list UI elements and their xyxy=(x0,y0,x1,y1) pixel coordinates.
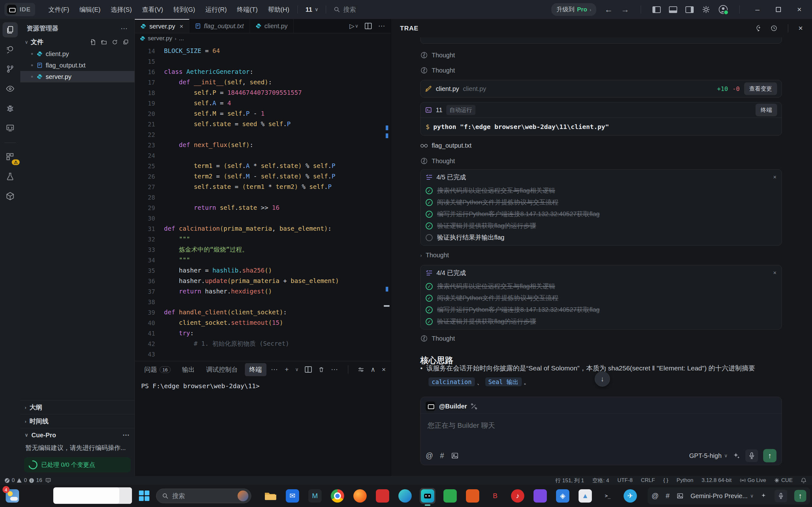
tab-client.py[interactable]: client.py xyxy=(250,19,294,33)
editor-more-icon[interactable]: ⋯ xyxy=(378,22,386,30)
menu-item-0[interactable]: 文件(F) xyxy=(44,3,74,16)
container-cube-icon[interactable] xyxy=(3,188,18,204)
start-button-icon[interactable] xyxy=(139,491,150,501)
attach-image-icon[interactable] xyxy=(451,452,459,459)
cue-button[interactable]: CUE xyxy=(774,477,793,484)
send-button[interactable]: ↑ xyxy=(763,449,776,462)
new-file-icon[interactable] xyxy=(90,39,96,45)
taskbar-app-chrome-icon[interactable] xyxy=(329,488,345,504)
tab-flag_output.txt[interactable]: flag_output.txt xyxy=(189,19,250,33)
forward-arrow-icon[interactable]: → xyxy=(621,5,629,14)
file-change-card[interactable]: client.py client.py +10 -0 查看变更 xyxy=(420,80,782,98)
back-arrow-icon[interactable]: ← xyxy=(605,5,613,14)
python-interpreter[interactable]: 3.12.8 64-bit xyxy=(702,477,732,484)
preview-eye-icon[interactable] xyxy=(3,81,18,96)
agent-name[interactable]: @Builder xyxy=(439,403,467,410)
code-editor[interactable]: 14BLOCK_SIZE = 641516class AethericGener… xyxy=(135,44,391,361)
mic-button[interactable] xyxy=(774,490,787,502)
context-hash-icon[interactable]: # xyxy=(440,452,444,460)
panel-tabs-more-icon[interactable]: ⋯ xyxy=(271,365,278,374)
attach-image-icon[interactable] xyxy=(676,493,683,499)
collapse-icon[interactable]: × xyxy=(773,270,776,276)
panel-tab-调试控制台[interactable]: 调试控制台 xyxy=(202,363,242,376)
thought-row-collapsed[interactable]: › Thought xyxy=(420,251,449,259)
menu-item-6[interactable]: 终端(T) xyxy=(232,3,263,16)
cue-pro-section[interactable]: ∨Cue-Pro⋯ xyxy=(20,428,135,442)
bracket-pair[interactable]: { } xyxy=(663,477,668,484)
close-button[interactable]: × xyxy=(793,5,806,14)
taskbar-app-circle-icon[interactable]: ♪ xyxy=(510,488,525,504)
taskbar-app-folder-icon[interactable] xyxy=(262,488,278,504)
eol-sequence[interactable]: CRLF xyxy=(641,477,655,484)
collapse-icon[interactable]: × xyxy=(773,174,776,181)
minimize-button[interactable]: – xyxy=(751,5,764,14)
file-item-client.py[interactable]: client.py xyxy=(20,48,135,60)
view-changes-button[interactable]: 查看变更 xyxy=(744,82,777,95)
thought-row[interactable]: Thought xyxy=(420,66,455,74)
collapse-folders-icon[interactable] xyxy=(122,39,129,45)
workspace-picker[interactable]: 11 ∨ xyxy=(301,6,322,13)
go-live-button[interactable]: Go Live xyxy=(740,477,766,484)
files-section-header[interactable]: ∨ 文件 xyxy=(20,36,135,48)
extensions-icon[interactable]: ⚠ xyxy=(3,149,18,164)
close-panel-icon[interactable]: × xyxy=(798,24,803,33)
terminal-profile-chevron-icon[interactable]: ∨ xyxy=(295,367,299,372)
gear-icon[interactable] xyxy=(702,5,710,14)
taskbar-app-icon-10[interactable]: B xyxy=(487,488,503,504)
context-hash-icon[interactable]: # xyxy=(666,492,670,500)
sidebar-more-icon[interactable]: ⋯ xyxy=(120,24,128,33)
explorer-icon[interactable] xyxy=(3,22,18,38)
tab-server.py[interactable]: server.py× xyxy=(135,19,189,33)
search-sidebar-icon[interactable] xyxy=(3,42,18,57)
menu-item-2[interactable]: 选择(S) xyxy=(106,3,137,16)
global-search[interactable]: 搜索 xyxy=(334,5,356,14)
toggle-secondary-sidebar-icon[interactable] xyxy=(686,6,694,13)
cue-pro-more-icon[interactable]: ⋯ xyxy=(122,431,130,439)
taskbar-search[interactable]: 搜索 xyxy=(156,489,251,503)
timeline-section[interactable]: ›时间线 xyxy=(20,414,135,428)
breadcrumb[interactable]: server.py › ... xyxy=(135,33,391,44)
ports-icon[interactable] xyxy=(45,478,51,483)
maximize-panel-icon[interactable]: ∧ xyxy=(370,366,375,373)
history-icon[interactable] xyxy=(770,24,778,32)
panel-tab-问题[interactable]: 问题16 xyxy=(140,363,175,376)
kill-terminal-trash-icon[interactable] xyxy=(318,366,324,373)
language-mode[interactable]: Python xyxy=(676,477,693,484)
file-reference-row[interactable]: flag_output.txt xyxy=(420,142,472,149)
new-terminal-icon[interactable]: + xyxy=(285,366,289,373)
scroll-to-bottom-button[interactable]: ↓ xyxy=(595,372,610,387)
taskbar-app-icon-9[interactable] xyxy=(465,488,480,504)
panel-tab-终端[interactable]: 终端 xyxy=(245,363,266,376)
send-button[interactable]: ↑ xyxy=(794,490,806,502)
test-flask-icon[interactable] xyxy=(3,169,18,184)
terminal-settings-icon[interactable] xyxy=(358,366,364,373)
source-control-icon[interactable] xyxy=(3,61,18,77)
menu-item-5[interactable]: 运行(R) xyxy=(200,3,232,16)
taskbar-app-circle-icon[interactable]: ✈ xyxy=(622,488,638,504)
taskbar-app-trae-icon[interactable] xyxy=(420,488,436,504)
taskbar-app-icon-1[interactable]: ✉ xyxy=(285,488,300,504)
thought-row[interactable]: Thought xyxy=(420,335,455,342)
panel-more-icon[interactable]: ⋯ xyxy=(331,365,339,374)
model-selector[interactable]: Gemini-Pro Previe... ∨ xyxy=(691,493,754,500)
user-avatar[interactable] xyxy=(718,5,728,14)
file-item-flag_output.txt[interactable]: flag_output.txt xyxy=(20,60,135,71)
taskbar-app-circle-icon[interactable] xyxy=(397,488,413,504)
terminal-output[interactable]: PS F:\edge browser\web-2day\11> xyxy=(135,378,391,390)
open-terminal-button[interactable]: 终端 xyxy=(756,104,777,116)
taskbar-app-icon-13[interactable]: ◈ xyxy=(555,488,571,504)
task-list-header[interactable]: 4/5 已完成× xyxy=(420,170,781,185)
menu-item-7[interactable]: 帮助(H) xyxy=(263,3,294,16)
notifications-bell-icon[interactable] xyxy=(801,477,806,483)
taskbar-app-icon-2[interactable]: M xyxy=(307,488,323,504)
refresh-icon[interactable] xyxy=(112,39,118,45)
taskbar-app-icon-12[interactable] xyxy=(532,488,548,504)
new-folder-icon[interactable] xyxy=(101,39,107,45)
taskbar-app-icon-8[interactable] xyxy=(442,488,458,504)
mention-icon[interactable]: @ xyxy=(426,452,433,460)
toggle-panel-icon[interactable] xyxy=(669,6,677,13)
model-selector[interactable]: GPT-5-high ∨ xyxy=(689,452,728,459)
tools-icon[interactable] xyxy=(471,403,477,409)
file-item-server.py[interactable]: server.py xyxy=(20,71,135,82)
taskbar-app-circle-icon[interactable] xyxy=(352,488,368,504)
